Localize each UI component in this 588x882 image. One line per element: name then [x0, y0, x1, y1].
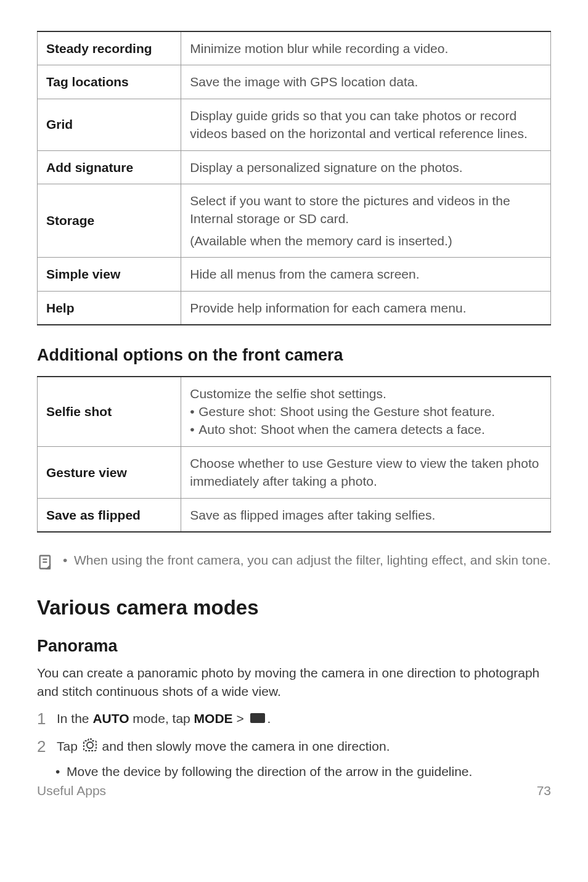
panorama-icon [249, 711, 266, 729]
section-heading-front-camera: Additional options on the front camera [37, 344, 551, 367]
main-heading-camera-modes: Various camera modes [37, 594, 551, 622]
row-label: Selfie shot [38, 377, 181, 447]
settings-table-2: Selfie shot Customize the selfie shot se… [37, 376, 551, 533]
sub-heading-panorama: Panorama [37, 635, 551, 658]
panorama-intro: You can create a panoramic photo by movi… [37, 664, 551, 700]
text-bold: AUTO [92, 711, 129, 725]
svg-point-3 [87, 742, 93, 748]
footer-page-number: 73 [537, 782, 551, 799]
row-label: Storage [38, 184, 181, 257]
text-bold: MODE [194, 711, 233, 725]
step-number: 2 [37, 735, 49, 757]
row-desc: Display guide grids so that you can take… [181, 99, 551, 150]
row-label: Steady recording [38, 31, 181, 65]
camera-shutter-icon [83, 738, 97, 756]
note-icon [37, 553, 54, 575]
text-fragment: and then slowly move the camera in one d… [99, 739, 390, 753]
row-label: Grid [38, 99, 181, 150]
row-desc-line1: Select if you want to store the pictures… [190, 192, 542, 228]
row-desc: Customize the selfie shot settings. Gest… [181, 377, 551, 447]
row-desc: Choose whether to use Gesture view to vi… [181, 446, 551, 498]
step-sub-bullet: Move the device by following the directi… [37, 762, 551, 780]
step-list: 1 In the AUTO mode, tap MODE > . 2 Tap a… [37, 708, 551, 780]
row-label: Save as flipped [38, 498, 181, 532]
row-desc-line2: (Available when the memory card is inser… [190, 232, 542, 250]
row-desc-bullet: Gesture shot: Shoot using the Gesture sh… [190, 402, 542, 420]
row-label: Tag locations [38, 65, 181, 99]
row-desc: Save the image with GPS location data. [181, 65, 551, 99]
row-desc: Minimize motion blur while recording a v… [181, 31, 551, 65]
row-desc: Save as flipped images after taking self… [181, 498, 551, 532]
text-fragment: In the [57, 711, 92, 725]
row-desc: Select if you want to store the pictures… [181, 184, 551, 257]
page-footer: Useful Apps 73 [37, 782, 551, 799]
row-desc-bullet: Auto shot: Shoot when the camera detects… [190, 420, 542, 438]
step-number: 1 [37, 708, 49, 730]
step-text: In the AUTO mode, tap MODE > . [57, 708, 271, 729]
text-fragment: > [233, 711, 248, 725]
text-fragment: mode, tap [129, 711, 194, 725]
note-box: When using the front camera, you can adj… [37, 551, 551, 575]
row-label: Add signature [38, 150, 181, 184]
text-fragment: Tap [57, 739, 81, 753]
text-fragment: . [267, 711, 271, 725]
row-desc: Display a personalized signature on the … [181, 150, 551, 184]
row-desc-intro: Customize the selfie shot settings. [190, 385, 542, 402]
settings-table-1: Steady recording Minimize motion blur wh… [37, 31, 551, 325]
row-label: Help [38, 291, 181, 325]
row-desc: Provide help information for each camera… [181, 291, 551, 325]
step-text: Tap and then slowly move the camera in o… [57, 735, 390, 756]
step-2: 2 Tap and then slowly move the camera in… [37, 735, 551, 757]
footer-section: Useful Apps [37, 782, 106, 799]
row-label: Simple view [38, 258, 181, 291]
note-text: When using the front camera, you can adj… [63, 551, 551, 569]
step-1: 1 In the AUTO mode, tap MODE > . [37, 708, 551, 730]
row-desc: Hide all menus from the camera screen. [181, 258, 551, 291]
row-label: Gesture view [38, 446, 181, 498]
